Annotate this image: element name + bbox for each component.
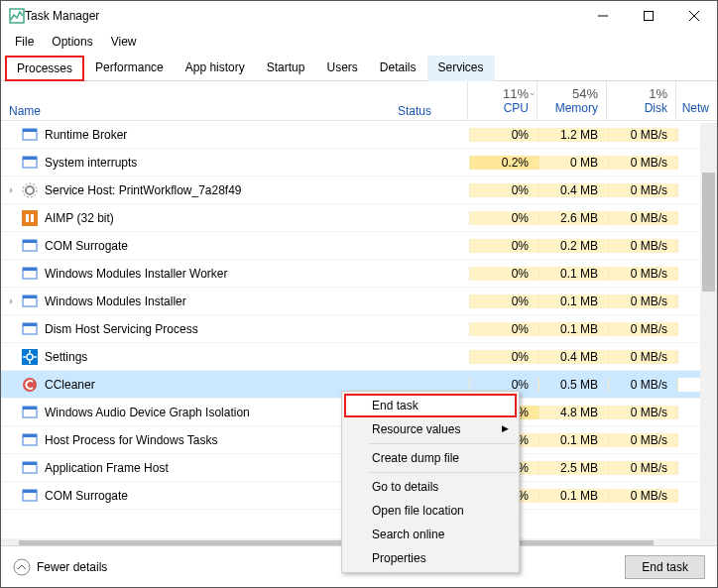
process-disk: 0 MB/s bbox=[608, 350, 677, 364]
tab-details[interactable]: Details bbox=[369, 56, 427, 81]
process-cpu: 0% bbox=[469, 183, 538, 197]
tab-app-history[interactable]: App history bbox=[175, 56, 256, 81]
window-controls bbox=[580, 1, 717, 31]
process-name: COM Surrogate bbox=[45, 489, 392, 503]
process-icon bbox=[21, 182, 39, 198]
col-name[interactable]: Name bbox=[1, 81, 390, 120]
process-disk: 0 MB/s bbox=[608, 406, 677, 419]
process-icon bbox=[21, 127, 39, 143]
close-button[interactable] bbox=[671, 1, 717, 31]
process-memory: 0.1 MB bbox=[538, 294, 608, 308]
svg-point-37 bbox=[14, 559, 30, 575]
process-memory: 0 MB bbox=[538, 156, 608, 170]
expand-icon[interactable]: › bbox=[1, 184, 21, 195]
ctx-search-online[interactable]: Search online bbox=[344, 523, 517, 546]
process-memory: 0.2 MB bbox=[538, 239, 608, 253]
process-icon bbox=[21, 238, 39, 254]
process-icon bbox=[21, 405, 39, 420]
process-name: Windows Audio Device Graph Isolation bbox=[45, 406, 392, 419]
fewer-details-button[interactable]: Fewer details bbox=[13, 558, 107, 576]
ctx-create-dump[interactable]: Create dump file bbox=[344, 446, 517, 470]
process-name: Windows Modules Installer Worker bbox=[45, 267, 392, 281]
process-icon bbox=[21, 349, 39, 365]
process-icon bbox=[21, 488, 39, 504]
tab-startup[interactable]: Startup bbox=[256, 56, 316, 81]
process-row[interactable]: Runtime Broker0%1.2 MB0 MB/s0 bbox=[1, 121, 717, 149]
context-menu: End task Resource values▶ Create dump fi… bbox=[341, 391, 520, 573]
process-memory: 0.1 MB bbox=[538, 489, 608, 503]
process-icon bbox=[21, 155, 39, 171]
ctx-open-file-location[interactable]: Open file location bbox=[344, 499, 517, 523]
scroll-thumb[interactable] bbox=[702, 173, 715, 292]
tab-services[interactable]: Services bbox=[427, 56, 495, 81]
process-row[interactable]: System interrupts0.2%0 MB0 MB/s0 bbox=[1, 149, 717, 176]
process-memory: 0.1 MB bbox=[538, 433, 608, 447]
process-name: Service Host: PrintWorkflow_7a28f49 bbox=[45, 183, 392, 197]
col-network[interactable]: Netw bbox=[675, 81, 717, 120]
column-headers: Name Status 11%CPU 54%Memory 1%Disk Netw… bbox=[1, 81, 717, 121]
process-row[interactable]: Settings0%0.4 MB0 MB/s0 bbox=[1, 343, 717, 371]
col-cpu[interactable]: 11%CPU bbox=[467, 81, 537, 120]
process-row[interactable]: Windows Modules Installer Worker0%0.1 MB… bbox=[1, 260, 717, 288]
end-task-button[interactable]: End task bbox=[625, 555, 705, 579]
process-icon bbox=[21, 266, 39, 282]
process-disk: 0 MB/s bbox=[608, 489, 677, 503]
ctx-go-to-details[interactable]: Go to details bbox=[344, 475, 517, 499]
process-disk: 0 MB/s bbox=[608, 461, 677, 475]
process-name: AIMP (32 bit) bbox=[45, 211, 392, 225]
menu-file[interactable]: File bbox=[7, 33, 42, 51]
fewer-details-label: Fewer details bbox=[37, 560, 107, 574]
expand-icon[interactable]: › bbox=[1, 295, 21, 306]
process-disk: 0 MB/s bbox=[608, 239, 677, 253]
tabs: Processes Performance App history Startu… bbox=[1, 55, 717, 81]
col-mem[interactable]: 54%Memory bbox=[537, 81, 606, 120]
svg-rect-13 bbox=[31, 214, 34, 222]
process-icon bbox=[21, 460, 39, 476]
process-cpu: 0.2% bbox=[469, 156, 538, 170]
tab-processes[interactable]: Processes bbox=[5, 56, 84, 81]
ctx-properties[interactable]: Properties bbox=[344, 546, 517, 570]
process-row[interactable]: ›Windows Modules Installer0%0.1 MB0 MB/s… bbox=[1, 288, 717, 315]
process-cpu: 0% bbox=[469, 350, 538, 364]
process-memory: 0.4 MB bbox=[538, 183, 608, 197]
process-disk: 0 MB/s bbox=[608, 294, 677, 308]
process-row[interactable]: ›Service Host: PrintWorkflow_7a28f490%0.… bbox=[1, 176, 717, 204]
svg-rect-17 bbox=[23, 268, 37, 271]
process-cpu: 0% bbox=[469, 378, 538, 392]
separator bbox=[370, 443, 516, 444]
menu-view[interactable]: View bbox=[103, 33, 145, 51]
chevron-down-icon[interactable]: ⌄ bbox=[529, 87, 537, 97]
chevron-up-icon bbox=[13, 558, 31, 576]
process-memory: 0.4 MB bbox=[538, 350, 608, 364]
process-disk: 0 MB/s bbox=[608, 322, 677, 336]
process-name: Host Process for Windows Tasks bbox=[45, 433, 392, 447]
window-title: Task Manager bbox=[25, 9, 580, 23]
separator bbox=[370, 472, 516, 473]
minimize-button[interactable] bbox=[580, 1, 626, 31]
process-memory: 2.5 MB bbox=[538, 461, 608, 475]
ctx-resource-values[interactable]: Resource values▶ bbox=[344, 417, 517, 441]
col-disk[interactable]: 1%Disk bbox=[606, 81, 675, 120]
process-disk: 0 MB/s bbox=[608, 128, 677, 142]
menu-options[interactable]: Options bbox=[44, 33, 100, 51]
process-name: CCleaner bbox=[45, 378, 392, 392]
process-row[interactable]: AIMP (32 bit)0%2.6 MB0 MB/s0 bbox=[1, 204, 717, 232]
svg-rect-21 bbox=[23, 323, 37, 326]
col-status[interactable]: Status bbox=[390, 81, 467, 120]
process-cpu: 0% bbox=[469, 128, 538, 142]
svg-rect-8 bbox=[23, 157, 37, 160]
maximize-button[interactable] bbox=[626, 1, 671, 31]
process-row[interactable]: COM Surrogate0%0.2 MB0 MB/s0 bbox=[1, 232, 717, 260]
svg-rect-32 bbox=[23, 434, 37, 437]
tab-performance[interactable]: Performance bbox=[84, 56, 175, 81]
tab-users[interactable]: Users bbox=[315, 56, 368, 81]
vertical-scrollbar[interactable] bbox=[700, 123, 717, 555]
process-disk: 0 MB/s bbox=[608, 267, 677, 281]
process-cpu: 0% bbox=[469, 239, 538, 253]
ctx-end-task[interactable]: End task bbox=[344, 394, 517, 417]
process-row[interactable]: Dism Host Servicing Process0%0.1 MB0 MB/… bbox=[1, 315, 717, 343]
process-memory: 0.5 MB bbox=[538, 378, 608, 392]
submenu-arrow-icon: ▶ bbox=[502, 423, 509, 433]
process-icon bbox=[21, 294, 39, 309]
process-icon bbox=[21, 321, 39, 337]
